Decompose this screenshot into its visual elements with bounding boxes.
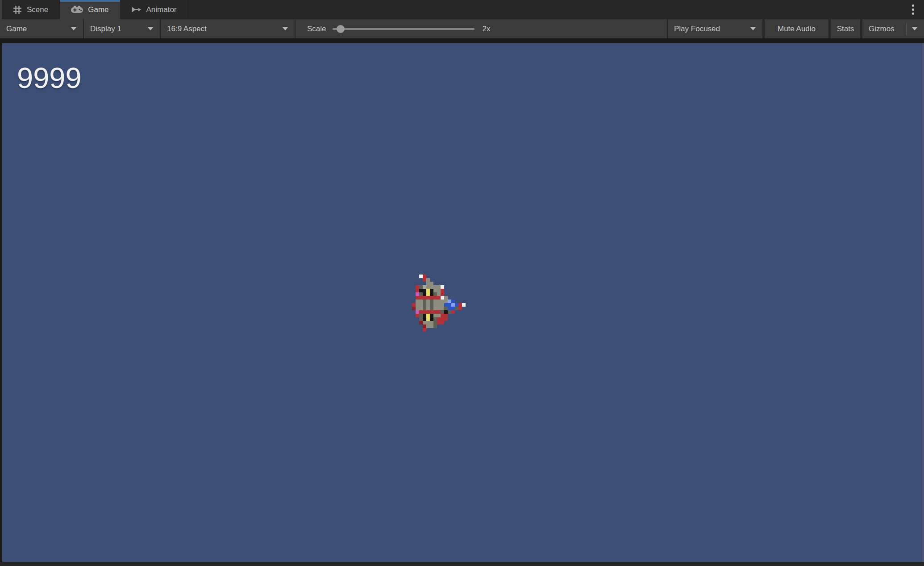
player-ship-sprite: [412, 275, 469, 332]
mute-audio-label: Mute Audio: [778, 25, 816, 33]
mute-audio-button[interactable]: Mute Audio: [765, 19, 828, 38]
aspect-ratio-dropdown-value: 16:9 Aspect: [161, 25, 207, 33]
stats-button[interactable]: Stats: [831, 19, 860, 38]
kebab-menu-icon[interactable]: [906, 4, 920, 15]
window-bottom-strip: [0, 562, 924, 566]
scale-slider-track[interactable]: [333, 28, 474, 30]
scale-slider[interactable]: [333, 25, 474, 33]
tab-game[interactable]: Game: [60, 0, 120, 19]
score-text: 9999: [17, 61, 82, 95]
chevron-down-icon: [912, 27, 917, 30]
chevron-down-icon: [283, 27, 288, 30]
gizmos-divider: [906, 23, 907, 35]
gamepad-icon: [71, 6, 83, 13]
gizmos-label: Gizmos: [862, 25, 906, 33]
display-dropdown[interactable]: Display 1: [84, 19, 160, 38]
scale-slider-thumb[interactable]: [337, 25, 345, 33]
tab-scene-label: Scene: [27, 5, 48, 14]
tab-bar-spacer: [188, 0, 906, 19]
viewport-top-gap: [0, 38, 924, 43]
display-dropdown-value: Display 1: [84, 25, 121, 33]
gizmos-dropdown[interactable]: Gizmos: [862, 19, 924, 38]
game-viewport[interactable]: 9999: [2, 43, 924, 562]
tab-game-label: Game: [88, 5, 108, 14]
scale-value: 2x: [483, 25, 491, 33]
aspect-ratio-dropdown[interactable]: 16:9 Aspect: [161, 19, 295, 38]
tab-scene[interactable]: Scene: [2, 0, 60, 19]
tab-bar: Scene Game Animator: [0, 0, 924, 19]
scale-section: Scale 2x: [296, 19, 667, 38]
tab-animator-label: Animator: [146, 5, 177, 14]
stats-label: Stats: [837, 25, 854, 33]
play-focused-dropdown[interactable]: Play Focused: [668, 19, 762, 38]
scale-label: Scale: [307, 25, 326, 33]
animator-icon: [131, 6, 142, 13]
chevron-down-icon: [71, 27, 76, 30]
play-focused-dropdown-value: Play Focused: [668, 25, 720, 33]
chevron-down-icon: [750, 27, 756, 30]
game-mode-dropdown-value: Game: [0, 25, 27, 33]
tab-animator[interactable]: Animator: [120, 0, 188, 19]
viewport-right-edge: [922, 43, 924, 562]
active-tab-stripe: [60, 0, 120, 2]
chevron-down-icon: [148, 27, 153, 30]
game-view-toolbar: Game Display 1 16:9 Aspect Scale 2x Play…: [0, 19, 924, 38]
grid-icon: [13, 5, 22, 14]
game-mode-dropdown[interactable]: Game: [0, 19, 83, 38]
